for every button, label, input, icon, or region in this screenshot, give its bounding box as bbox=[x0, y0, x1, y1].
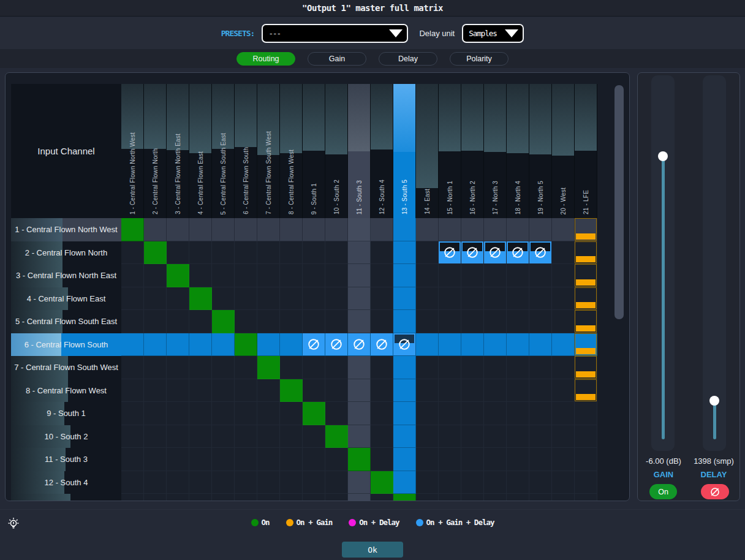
matrix-cell-r5-c10[interactable] bbox=[325, 310, 348, 333]
matrix-cell-r2-c4[interactable] bbox=[189, 241, 212, 265]
matrix-cell-r6-c3[interactable] bbox=[167, 333, 189, 357]
matrix-cell-r8-c7[interactable] bbox=[257, 379, 280, 403]
matrix-cell-r12-c13[interactable] bbox=[393, 471, 416, 494]
matrix-cell-r4-c1[interactable] bbox=[121, 287, 144, 311]
matrix-cell-r4-c8[interactable] bbox=[280, 287, 303, 311]
matrix-cell-r4-c4[interactable] bbox=[189, 287, 212, 311]
matrix-cell-r7-c21[interactable] bbox=[575, 356, 597, 379]
matrix-cell-r9-c2[interactable] bbox=[144, 402, 167, 425]
matrix-cell-r7-c9[interactable] bbox=[303, 356, 325, 379]
polarity-invert-button[interactable] bbox=[701, 484, 729, 499]
matrix-cell-r10-c13[interactable] bbox=[393, 425, 416, 448]
matrix-cell-r1-c19[interactable] bbox=[529, 218, 552, 241]
matrix-cell-r3-c17[interactable] bbox=[484, 264, 507, 287]
matrix-cell-r10-c18[interactable] bbox=[507, 425, 529, 448]
row-header-4[interactable]: 4 - Central Flown East bbox=[11, 287, 121, 311]
matrix-cell-r12-c17[interactable] bbox=[484, 471, 507, 494]
matrix-cell-r5-c19[interactable] bbox=[529, 310, 552, 333]
matrix-cell-r4-c5[interactable] bbox=[212, 287, 235, 311]
matrix-cell-r10-c11[interactable] bbox=[348, 425, 371, 448]
column-header-17[interactable]: 17 - North 3 bbox=[484, 84, 507, 218]
matrix-cell-r7-c18[interactable] bbox=[507, 356, 529, 379]
column-header-15[interactable]: 15 - North 1 bbox=[439, 84, 461, 218]
matrix-cell-r8-c13[interactable] bbox=[393, 379, 416, 403]
matrix-cell-r9-c4[interactable] bbox=[189, 402, 212, 425]
matrix-cell-r13-c18[interactable] bbox=[507, 494, 529, 501]
tab-routing[interactable]: Routing bbox=[236, 52, 295, 66]
matrix-cell-r9-c20[interactable] bbox=[552, 402, 575, 425]
matrix-cell-r2-c10[interactable] bbox=[325, 241, 348, 265]
matrix-cell-r6-c19[interactable] bbox=[529, 333, 552, 357]
row-header-6[interactable]: 6 - Central Flown South bbox=[11, 333, 121, 357]
row-header-8[interactable]: 8 - Central Flown West bbox=[11, 379, 121, 403]
column-header-21[interactable]: 21 - LFE bbox=[575, 84, 597, 218]
matrix-cell-r3-c11[interactable] bbox=[348, 264, 371, 287]
matrix-cell-r12-c9[interactable] bbox=[303, 471, 325, 494]
row-header-12[interactable]: 12 - South 4 bbox=[11, 471, 121, 494]
matrix-cell-r11-c6[interactable] bbox=[235, 448, 257, 471]
matrix-cell-r1-c12[interactable] bbox=[371, 218, 393, 241]
matrix-cell-r11-c16[interactable] bbox=[461, 448, 484, 471]
matrix-cell-r11-c14[interactable] bbox=[416, 448, 439, 471]
matrix-cell-r12-c7[interactable] bbox=[257, 471, 280, 494]
matrix-cell-r2-c3[interactable] bbox=[167, 241, 189, 265]
matrix-cell-r8-c6[interactable] bbox=[235, 379, 257, 403]
matrix-cell-r4-c9[interactable] bbox=[303, 287, 325, 311]
matrix-cell-r13-c1[interactable] bbox=[121, 494, 144, 501]
matrix-cell-r12-c19[interactable] bbox=[529, 471, 552, 494]
matrix-cell-r5-c15[interactable] bbox=[439, 310, 461, 333]
matrix-cell-r13-c14[interactable] bbox=[416, 494, 439, 501]
matrix-cell-r9-c19[interactable] bbox=[529, 402, 552, 425]
matrix-cell-r7-c6[interactable] bbox=[235, 356, 257, 379]
matrix-cell-r13-c15[interactable] bbox=[439, 494, 461, 501]
matrix-cell-r2-c14[interactable] bbox=[416, 241, 439, 265]
matrix-cell-r11-c12[interactable] bbox=[371, 448, 393, 471]
matrix-cell-r1-c6[interactable] bbox=[235, 218, 257, 241]
matrix-cell-r9-c14[interactable] bbox=[416, 402, 439, 425]
matrix-cell-r4-c13[interactable] bbox=[393, 287, 416, 311]
matrix-cell-r12-c4[interactable] bbox=[189, 471, 212, 494]
column-header-13[interactable]: 13 - South 5 bbox=[393, 84, 416, 218]
matrix-cell-r12-c16[interactable] bbox=[461, 471, 484, 494]
delay-slider-knob[interactable] bbox=[709, 396, 719, 406]
matrix-cell-r4-c21[interactable] bbox=[575, 287, 597, 311]
matrix-cell-r10-c14[interactable] bbox=[416, 425, 439, 448]
matrix-cell-r11-c19[interactable] bbox=[529, 448, 552, 471]
matrix-cell-r9-c16[interactable] bbox=[461, 402, 484, 425]
matrix-cell-r7-c11[interactable] bbox=[348, 356, 371, 379]
matrix-cell-r6-c18[interactable] bbox=[507, 333, 529, 357]
matrix-cell-r6-c20[interactable] bbox=[552, 333, 575, 357]
matrix-cell-r13-c12[interactable] bbox=[371, 494, 393, 501]
matrix-cell-r13-c17[interactable] bbox=[484, 494, 507, 501]
matrix-cell-r9-c15[interactable] bbox=[439, 402, 461, 425]
matrix-cell-r2-c12[interactable] bbox=[371, 241, 393, 265]
matrix-cell-r11-c10[interactable] bbox=[325, 448, 348, 471]
matrix-cell-r7-c15[interactable] bbox=[439, 356, 461, 379]
matrix-cell-r10-c9[interactable] bbox=[303, 425, 325, 448]
matrix-cell-r10-c8[interactable] bbox=[280, 425, 303, 448]
matrix-cell-r2-c18[interactable] bbox=[507, 241, 529, 265]
matrix-cell-r3-c20[interactable] bbox=[552, 264, 575, 287]
matrix-cell-r6-c11[interactable] bbox=[348, 333, 371, 357]
gain-slider-knob[interactable] bbox=[658, 151, 668, 161]
column-header-11[interactable]: 11 - South 3 bbox=[348, 84, 371, 218]
matrix-cell-r8-c18[interactable] bbox=[507, 379, 529, 403]
matrix-cell-r7-c16[interactable] bbox=[461, 356, 484, 379]
matrix-cell-r3-c1[interactable] bbox=[121, 264, 144, 287]
matrix-cell-r9-c5[interactable] bbox=[212, 402, 235, 425]
matrix-cell-r9-c11[interactable] bbox=[348, 402, 371, 425]
matrix-cell-r13-c9[interactable] bbox=[303, 494, 325, 501]
matrix-cell-r7-c12[interactable] bbox=[371, 356, 393, 379]
column-header-10[interactable]: 10 - South 2 bbox=[325, 84, 348, 218]
matrix-cell-r13-c5[interactable] bbox=[212, 494, 235, 501]
matrix-cell-r2-c20[interactable] bbox=[552, 241, 575, 265]
matrix-cell-r13-c20[interactable] bbox=[552, 494, 575, 501]
row-header-1[interactable]: 1 - Central Flown North West bbox=[11, 218, 121, 241]
matrix-cell-r8-c1[interactable] bbox=[121, 379, 144, 403]
matrix-cell-r8-c17[interactable] bbox=[484, 379, 507, 403]
matrix-cell-r7-c13[interactable] bbox=[393, 356, 416, 379]
matrix-cell-r13-c6[interactable] bbox=[235, 494, 257, 501]
matrix-cell-r13-c21[interactable] bbox=[575, 494, 597, 501]
row-header-3[interactable]: 3 - Central Flown North East bbox=[11, 264, 121, 287]
matrix-cell-r5-c9[interactable] bbox=[303, 310, 325, 333]
